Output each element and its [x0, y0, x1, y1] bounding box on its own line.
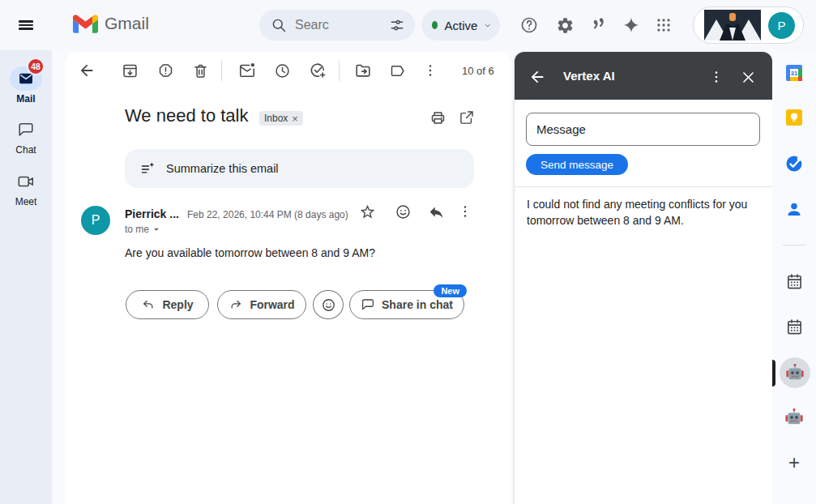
calendar-addon-2-button[interactable] — [782, 269, 806, 293]
delete-button[interactable] — [190, 61, 210, 80]
status-label: Active — [444, 19, 477, 32]
emoji-smile-icon — [321, 297, 336, 313]
rail-divider — [783, 245, 805, 246]
robot-icon — [784, 407, 805, 428]
forward-label: Forward — [250, 298, 294, 311]
summarize-label: Summarize this email — [166, 162, 279, 175]
calendar-day-number: 31 — [791, 70, 797, 77]
emoji-reaction-button[interactable] — [393, 202, 412, 221]
top-header: Gmail Active P — [0, 0, 816, 50]
add-to-tasks-button[interactable] — [308, 61, 327, 80]
google-keep-icon — [784, 108, 804, 127]
unread-count-badge: 48 — [27, 58, 45, 75]
hamburger-icon — [19, 20, 33, 22]
remove-label-icon[interactable]: × — [292, 113, 298, 125]
tasks-addon-button[interactable] — [782, 152, 806, 176]
search-bar[interactable] — [259, 10, 415, 41]
star-button[interactable] — [357, 202, 377, 221]
chat-status-selector[interactable]: Active — [421, 10, 500, 41]
calendar-addon-button[interactable]: 31 — [782, 61, 806, 85]
panel-more-button[interactable] — [707, 67, 726, 87]
double-comma-icon — [589, 15, 609, 35]
report-spam-button[interactable] — [156, 61, 175, 80]
vertex-ai-panel: Vertex AI Send message I could not find … — [515, 52, 772, 504]
calendar-addon-3-button[interactable] — [782, 314, 806, 339]
move-to-button[interactable] — [353, 61, 373, 80]
search-input[interactable] — [295, 18, 337, 32]
panel-back-button[interactable] — [528, 67, 547, 87]
quotes-addon-button[interactable] — [583, 9, 615, 41]
mark-unread-icon — [238, 62, 256, 79]
archive-icon — [122, 62, 139, 79]
help-button[interactable] — [513, 9, 545, 41]
sidebar-item-chat[interactable] — [16, 120, 36, 139]
send-message-button[interactable]: Send message — [526, 154, 628, 175]
back-button[interactable] — [77, 61, 96, 80]
panel-divider — [515, 186, 772, 187]
message-input[interactable] — [526, 113, 760, 146]
sidebar-item-meet-label: Meet — [0, 196, 52, 207]
sender-avatar: P — [81, 206, 110, 235]
panel-title: Vertex AI — [563, 69, 615, 83]
star-icon — [359, 203, 376, 220]
panel-close-button[interactable] — [738, 67, 758, 87]
google-apps-button[interactable] — [647, 9, 680, 41]
kebab-icon — [457, 203, 473, 220]
move-to-folder-icon — [354, 62, 372, 79]
report-spam-icon — [157, 62, 174, 79]
google-calendar-icon: 31 — [784, 63, 804, 83]
settings-button[interactable] — [549, 9, 581, 41]
robot-addon-active-button[interactable] — [780, 357, 810, 388]
gmail-logo: Gmail — [73, 14, 149, 33]
inbox-label-chip[interactable]: Inbox × — [259, 111, 303, 126]
keep-addon-button[interactable] — [782, 105, 806, 130]
open-in-new-icon — [459, 109, 475, 126]
mark-unread-button[interactable] — [237, 61, 257, 80]
reply-arrow-icon — [141, 297, 156, 312]
chat-bubble-icon — [361, 297, 375, 312]
toolbar-divider — [221, 60, 222, 81]
snooze-button[interactable] — [272, 61, 292, 80]
forward-button[interactable]: Forward — [217, 290, 306, 319]
search-filters-icon[interactable] — [389, 17, 405, 33]
contacts-addon-button[interactable] — [782, 197, 806, 221]
open-in-new-window-button[interactable] — [457, 108, 476, 127]
share-in-chat-button[interactable]: Share in chat New — [349, 290, 464, 319]
main-menu-button[interactable] — [16, 15, 36, 35]
share-in-chat-label: Share in chat — [382, 298, 453, 311]
gemini-button[interactable] — [615, 9, 647, 41]
reply-button[interactable]: Reply — [126, 290, 209, 319]
account-button[interactable]: P — [693, 6, 804, 44]
message-date: Feb 22, 2026, 10:44 PM (8 days ago) — [187, 209, 348, 220]
details-dropdown-icon — [152, 225, 160, 233]
email-view: 10 of 6 We need to talk Inbox × Summariz… — [65, 52, 511, 504]
recipient-details[interactable]: to me — [125, 224, 160, 235]
summarize-sparkle-icon — [139, 160, 156, 177]
plus-icon: + — [788, 451, 800, 474]
toolbar-divider — [339, 60, 340, 81]
add-reaction-button[interactable] — [313, 290, 344, 319]
chevron-down-icon — [484, 20, 492, 31]
recipient-label: to me — [125, 224, 149, 235]
sidebar-item-mail-label: Mail — [0, 93, 52, 105]
get-addons-button[interactable]: + — [782, 451, 806, 475]
task-add-icon — [309, 62, 327, 79]
new-feature-badge: New — [434, 284, 467, 297]
robot-addon-2-button[interactable] — [782, 405, 806, 429]
email-body: Are you available tomorrow between 8 and… — [125, 246, 375, 259]
meet-camera-icon — [17, 173, 35, 190]
archive-button[interactable] — [120, 61, 139, 80]
gmail-wordmark: Gmail — [105, 14, 149, 33]
sidebar-item-meet[interactable] — [16, 172, 36, 191]
summarize-email-button[interactable]: Summarize this email — [125, 149, 474, 188]
google-tasks-icon — [784, 154, 804, 173]
help-icon — [519, 15, 539, 35]
labels-button[interactable] — [387, 61, 407, 80]
message-more-button[interactable] — [455, 202, 475, 221]
print-button[interactable] — [428, 108, 447, 127]
apps-grid-icon — [655, 16, 673, 34]
avatar: P — [768, 12, 795, 39]
email-subject: We need to talk — [125, 105, 248, 126]
reply-button-icon[interactable] — [426, 202, 446, 221]
more-options-button[interactable] — [421, 61, 440, 80]
